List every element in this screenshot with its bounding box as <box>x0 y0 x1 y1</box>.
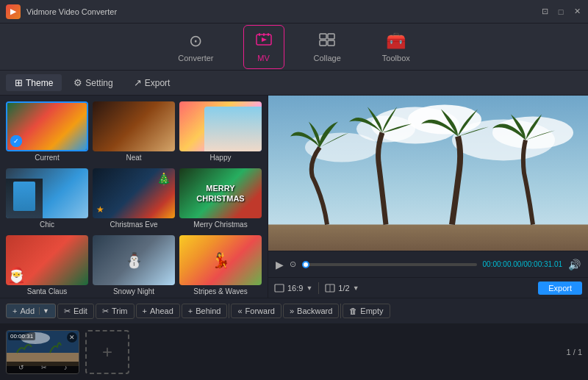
tab-mv[interactable]: MV <box>243 25 284 69</box>
play-button[interactable]: ▶ <box>276 259 284 270</box>
svg-rect-16 <box>268 225 588 251</box>
sub-tab-export[interactable]: ↗ Export <box>125 74 179 91</box>
sub-tab-setting[interactable]: ⚙ Setting <box>65 74 121 91</box>
preview-panel: ▶ ⊙ 00:00:00.00/00:00:31.01 🔊 16:9 ▼ <box>268 96 588 298</box>
toolbox-label: Toolbox <box>382 54 410 62</box>
tab-converter[interactable]: ⊙ Converter <box>166 26 225 68</box>
clip-sound-icon[interactable]: ♪ <box>64 364 68 371</box>
ratio-icon <box>274 284 284 293</box>
theme-stripes-waves-label: Stripes & Waves <box>179 287 262 298</box>
ahead-button[interactable]: + Ahead <box>136 304 180 318</box>
svg-rect-8 <box>328 40 334 46</box>
page-indicator: 1 / 1 <box>567 348 582 356</box>
theme-christmas-eve-label: Christmas Eve <box>93 220 175 231</box>
theme-current-label: Current <box>6 153 88 164</box>
video-preview <box>268 96 588 251</box>
resolution-select[interactable]: 1/2 ▼ <box>325 284 359 293</box>
ahead-icon: + <box>143 306 147 315</box>
theme-santa-label: Santa Claus <box>6 287 88 298</box>
edit-label: Edit <box>74 306 87 315</box>
close-button[interactable]: ✕ <box>572 7 582 17</box>
theme-merry-christmas-label: Merry Christmas <box>179 220 262 231</box>
behind-label: Behind <box>196 306 220 315</box>
progress-bar[interactable] <box>302 263 477 266</box>
trash-icon: 🗑 <box>349 306 357 315</box>
converter-icon: ⊙ <box>189 32 202 51</box>
theme-happy-label: Happy <box>179 153 262 164</box>
resolution-icon <box>325 284 335 293</box>
add-dropdown-icon: ▼ <box>39 307 49 315</box>
clip-rotate-icon[interactable]: ↺ <box>18 364 24 371</box>
player-controls: ▶ ⊙ 00:00:00.00/00:00:31.01 🔊 <box>268 251 588 277</box>
ratio-dropdown-icon: ▼ <box>306 284 312 292</box>
backward-button[interactable]: » Backward <box>283 304 339 318</box>
setting-label: Setting <box>85 78 112 88</box>
timeline: ✕ 00:00:31 ↺ ✂ ♪ + 1 / 1 <box>0 324 588 380</box>
theme-item-stripes-waves[interactable]: 💃 Stripes & Waves <box>179 235 262 298</box>
theme-item-neat[interactable]: Neat <box>93 101 175 164</box>
window-controls: ⊡ □ ✕ <box>539 7 582 17</box>
edit-icon: ✂ <box>64 306 71 316</box>
clip-scissor-icon[interactable]: ✂ <box>41 364 47 371</box>
theme-neat-label: Neat <box>93 153 175 164</box>
app-title: Vidmore Video Converter <box>26 7 539 16</box>
ratio-value: 16:9 <box>287 284 303 293</box>
add-plus-icon: + <box>12 306 17 315</box>
theme-item-current[interactable]: ✓ Current <box>6 101 88 164</box>
minimize-button[interactable]: ⊡ <box>539 7 550 17</box>
title-bar: ▶ Vidmore Video Converter ⊡ □ ✕ <box>0 0 588 24</box>
behind-button[interactable]: + Behind <box>182 304 228 318</box>
theme-item-chic[interactable]: Chic <box>6 168 88 231</box>
theme-grid-icon: ⊞ <box>15 77 23 88</box>
resolution-dropdown-icon: ▼ <box>353 284 359 292</box>
selected-check-icon: ✓ <box>10 135 22 147</box>
svg-rect-7 <box>320 40 326 46</box>
theme-panel: ✓ Current Neat Happy <box>0 96 268 298</box>
export-label: Export <box>145 78 171 88</box>
collage-label: Collage <box>314 54 341 62</box>
collage-icon <box>319 32 335 51</box>
progress-handle[interactable] <box>302 261 309 268</box>
svg-point-14 <box>492 117 573 149</box>
resolution-value: 1/2 <box>338 284 349 293</box>
add-clip-button[interactable]: + <box>85 330 129 374</box>
time-display: 00:00:00.00/00:00:31.01 <box>483 260 562 268</box>
empty-button[interactable]: 🗑 Empty <box>343 304 390 318</box>
volume-button[interactable]: 🔊 <box>568 259 581 270</box>
edit-button[interactable]: ✂ Edit <box>57 304 94 319</box>
behind-icon: + <box>188 306 193 315</box>
export-button[interactable]: Export <box>538 282 582 295</box>
timeline-clip-1: ✕ 00:00:31 ↺ ✂ ♪ <box>6 330 79 374</box>
clip-time-display: 00:00:31 <box>8 332 35 340</box>
backward-label: Backward <box>297 306 332 315</box>
tab-toolbox[interactable]: 🧰 Toolbox <box>370 26 422 68</box>
svg-rect-2 <box>263 33 265 36</box>
trim-icon: ✂ <box>102 306 109 316</box>
clip-close-icon[interactable]: ✕ <box>67 332 77 343</box>
ahead-label: Ahead <box>150 306 173 315</box>
trim-button[interactable]: ✂ Trim <box>96 304 135 319</box>
theme-item-christmas-eve[interactable]: 🎄 ★ Christmas Eve <box>93 168 175 231</box>
theme-chic-label: Chic <box>6 220 88 231</box>
ratio-select[interactable]: 16:9 ▼ <box>274 284 312 293</box>
main-content: ✓ Current Neat Happy <box>0 96 588 298</box>
preview-background <box>268 96 588 251</box>
stop-button[interactable]: ⊙ <box>290 259 296 269</box>
theme-grid: ✓ Current Neat Happy <box>6 101 262 298</box>
add-button[interactable]: + Add ▼ <box>6 304 56 318</box>
mv-icon <box>256 32 272 51</box>
bottom-controls: 16:9 ▼ 1/2 ▼ Export <box>268 277 588 298</box>
sub-tab-theme[interactable]: ⊞ Theme <box>6 74 62 91</box>
theme-item-snowy-night[interactable]: ⛄ Snowy Night <box>93 235 175 298</box>
forward-button[interactable]: « Forward <box>231 304 281 318</box>
theme-item-merry-christmas[interactable]: MERRYCHRISTMAS Merry Christmas <box>179 168 262 231</box>
svg-marker-4 <box>262 37 267 42</box>
export-arrow-icon: ↗ <box>134 77 142 88</box>
theme-item-happy[interactable]: Happy <box>179 101 262 164</box>
sub-tabs: ⊞ Theme ⚙ Setting ↗ Export <box>0 71 588 96</box>
theme-item-santa-claus[interactable]: 🎅 Santa Claus <box>6 235 88 298</box>
tab-collage[interactable]: Collage <box>302 26 353 68</box>
converter-label: Converter <box>178 54 213 62</box>
restore-button[interactable]: □ <box>556 7 566 17</box>
setting-gear-icon: ⚙ <box>74 77 82 88</box>
